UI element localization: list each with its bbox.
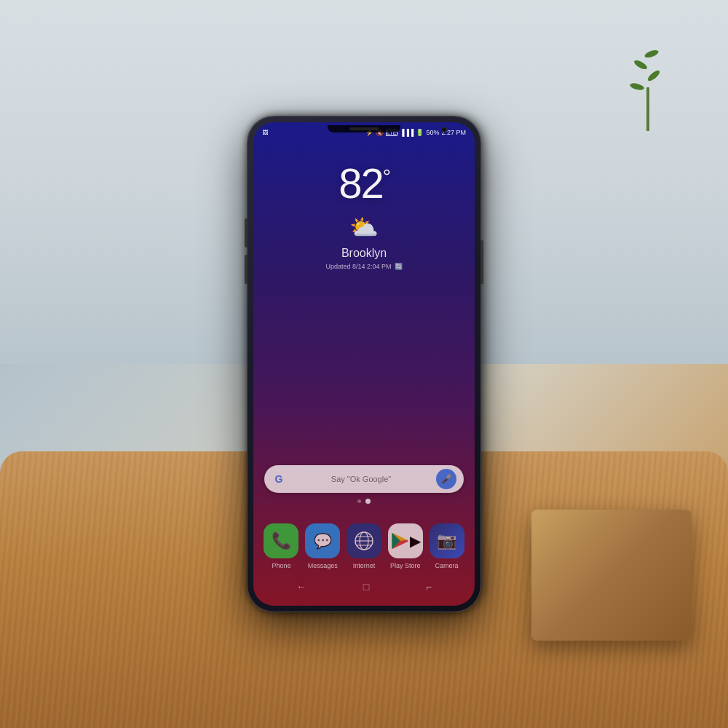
plant-leaf-1 [644, 49, 660, 59]
app-phone[interactable]: 📞 Phone [264, 523, 298, 569]
weather-icon: ⛅ [349, 213, 379, 241]
phone-screen: 🖼 ⚡ 🔇 LTE ▐▐▐ 🔋 50% 2:27 PM 82° ⛅ Brookl… [253, 122, 475, 606]
messages-glyph: 💬 [314, 532, 332, 550]
power-button[interactable] [480, 240, 483, 284]
front-camera [441, 127, 447, 132]
globe-svg [353, 530, 375, 552]
bg-plant [626, 44, 670, 131]
plant-leaf-4 [629, 82, 644, 92]
phone-label: Phone [272, 562, 290, 569]
phone-glyph: 📞 [272, 531, 291, 550]
battery-percent: 50% [426, 129, 439, 136]
messages-label: Messages [308, 562, 338, 569]
signal-icon: ▐▐▐ [400, 129, 414, 136]
battery-icon: 🔋 [416, 129, 424, 136]
google-search-bar[interactable]: G Say "Ok Google" 🎤 [264, 465, 464, 493]
plant-leaf-2 [633, 59, 648, 71]
volume-up-button[interactable] [245, 218, 248, 248]
bg-plant-stem [646, 87, 649, 131]
page-dot-1 [357, 499, 361, 503]
voice-search-button[interactable]: 🎤 [436, 469, 456, 489]
refresh-icon: 🔄 [395, 263, 403, 270]
phone-icon: 📞 [264, 523, 298, 558]
app-dock: 📞 Phone 💬 Messages [253, 523, 475, 569]
back-button[interactable]: ← [296, 581, 306, 593]
google-logo: G [272, 472, 286, 486]
weather-updated: Updated 8/14 2:04 PM 🔄 [325, 263, 402, 270]
internet-label: Internet [353, 562, 376, 569]
messages-icon: 💬 [305, 523, 340, 558]
status-left: 🖼 [262, 130, 268, 136]
playstore-icon: ▶ [388, 523, 423, 558]
search-placeholder: Say "Ok Google" [286, 475, 436, 483]
app-camera[interactable]: 📷 Camera [430, 523, 464, 569]
navigation-bar: ← □ ⌐ [253, 574, 475, 600]
volume-down-button[interactable] [245, 255, 248, 284]
phone-shell: 🖼 ⚡ 🔇 LTE ▐▐▐ 🔋 50% 2:27 PM 82° ⛅ Brookl… [248, 116, 480, 612]
playstore-label: Play Store [390, 562, 421, 569]
camera-glyph: 📷 [437, 531, 456, 550]
home-button[interactable]: □ [363, 581, 369, 593]
app-messages[interactable]: 💬 Messages [305, 523, 340, 569]
playstore-logo-svg [389, 531, 410, 551]
weather-widget[interactable]: 82° ⛅ Brooklyn Updated 8/14 2:04 PM 🔄 [253, 162, 475, 270]
temperature-display: 82° [339, 162, 389, 205]
recents-button[interactable]: ⌐ [426, 581, 432, 593]
bg-board [531, 510, 692, 641]
weather-location: Brooklyn [341, 247, 387, 260]
camera-label: Camera [435, 562, 459, 569]
mic-icon: 🎤 [441, 474, 452, 484]
plant-leaf-3 [646, 69, 661, 83]
page-dot-2 [365, 499, 371, 504]
app-internet[interactable]: Internet [347, 523, 381, 569]
internet-icon [347, 523, 381, 558]
app-playstore[interactable]: ▶ Play Store [388, 523, 423, 569]
speaker-grille [349, 127, 379, 130]
camera-icon: 📷 [430, 523, 464, 558]
top-speaker-bar [328, 125, 400, 132]
page-dots [253, 499, 475, 504]
screenshot-icon: 🖼 [262, 130, 268, 136]
